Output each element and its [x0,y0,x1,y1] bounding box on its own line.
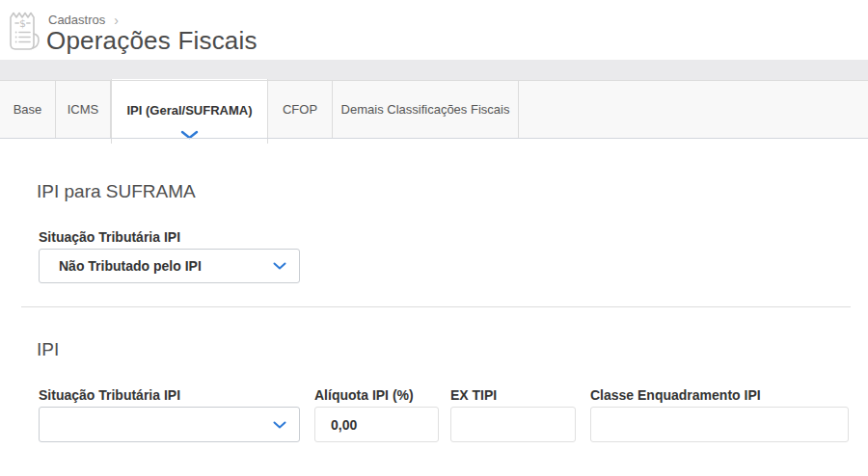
field-classe-enquadramento-ipi: Classe Enquadramento IPI [590,388,849,442]
tab-cfop-label: CFOP [283,102,317,117]
tab-demais-classificacoes-fiscais[interactable]: Demais Classificações Fiscais [333,80,519,139]
tab-icms[interactable]: ICMS [56,80,111,139]
tab-list: Base ICMS IPI (Geral/SUFRAMA) CFOP Demai… [0,80,519,139]
ex-tipi-label: EX TIPI [450,388,576,403]
tabbar-top-border [0,80,868,81]
tab-ipi-geral-suframa[interactable]: IPI (Geral/SUFRAMA) [111,79,268,144]
tab-cfop[interactable]: CFOP [268,80,333,139]
chevron-down-icon [273,262,286,270]
breadcrumb: Cadastros › [48,13,119,27]
field-situacao-tributaria-ipi: Situação Tributária IPI [39,388,300,442]
tabbar-bottom-border [0,138,868,139]
situacao-tributaria-ipi-suframa-label: Situação Tributária IPI [39,230,300,245]
tab-base[interactable]: Base [0,80,56,139]
situacao-tributaria-ipi-select[interactable] [39,407,300,442]
tab-demais-label: Demais Classificações Fiscais [341,102,510,117]
classe-enquadramento-ipi-input[interactable] [590,407,849,442]
aliquota-ipi-label: Alíquota IPI (%) [314,388,439,403]
field-aliquota-ipi: Alíquota IPI (%) [314,388,439,442]
field-ex-tipi: EX TIPI [450,388,576,442]
receipt-dollar-icon: $ [7,9,41,52]
tab-bar: Base ICMS IPI (Geral/SUFRAMA) CFOP Demai… [0,80,868,139]
operacoes-fiscais-screen: $ Cadastros › Operações Fiscais Base ICM… [0,0,868,476]
ex-tipi-input[interactable] [450,407,576,442]
breadcrumb-cadastros[interactable]: Cadastros [48,13,105,27]
header-band [0,60,868,80]
selected-value: Não Tributado pelo IPI [59,258,202,274]
chevron-right-icon: › [114,13,119,27]
section-heading-ipi: IPI [37,339,59,360]
tab-ipi-label: IPI (Geral/SUFRAMA) [126,103,252,118]
classe-enquadramento-ipi-label: Classe Enquadramento IPI [590,388,849,403]
svg-text:$: $ [19,17,26,30]
chevron-down-icon [273,421,286,429]
section-divider [21,306,851,307]
aliquota-ipi-input[interactable] [314,407,439,442]
situacao-tributaria-ipi-suframa-select[interactable]: Não Tributado pelo IPI [39,249,300,283]
page-title: Operações Fiscais [46,26,258,56]
situacao-tributaria-ipi-label: Situação Tributária IPI [39,388,300,403]
section-heading-ipi-para-suframa: IPI para SUFRAMA [37,181,196,202]
tab-icms-label: ICMS [68,102,99,117]
field-situacao-tributaria-ipi-suframa: Situação Tributária IPI Não Tributado pe… [39,230,300,283]
tab-base-label: Base [14,102,42,117]
